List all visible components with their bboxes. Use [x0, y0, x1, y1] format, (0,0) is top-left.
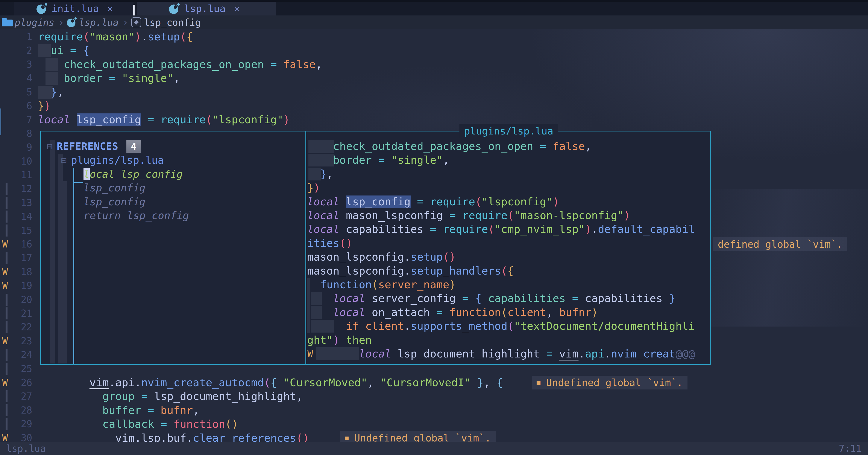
preview-code-line: check_outdated_packages_on_open = false,	[307, 139, 592, 153]
fold-icon[interactable]: ⊟	[47, 141, 53, 152]
tab-label: lsp.lua	[184, 3, 225, 15]
warning-sign: W	[2, 334, 8, 348]
preview-code-line: mason_lspconfig.setup_handlers({	[307, 264, 514, 278]
breadcrumb-item-symbol[interactable]: lsp_config	[144, 17, 201, 28]
preview-code-line: local lsp_config = require("lspconfig")	[307, 195, 559, 208]
reference-file-name: plugins/lsp.lua	[71, 154, 164, 166]
wallpaper-glow	[704, 189, 868, 326]
line-number: 7	[12, 113, 32, 126]
sign-column-bar	[6, 390, 7, 402]
sign-column-bar	[6, 183, 7, 195]
line-number: 9	[12, 141, 32, 154]
line-number: 22	[12, 320, 32, 334]
line-number: 23	[12, 334, 32, 348]
status-bar: lsp.lua 7:11	[0, 442, 868, 455]
code-line[interactable]: local lsp_config = require("lspconfig")	[38, 113, 290, 126]
line-number: 25	[12, 362, 32, 376]
background-bleed-bar	[63, 181, 67, 364]
warning-sign: W	[2, 376, 8, 390]
reference-item[interactable]: lsp_config	[84, 181, 146, 195]
warning-sign: W	[2, 265, 8, 279]
tab-lsp-lua[interactable]: lsp.lua ✕	[137, 2, 276, 16]
background-bleed-bar	[50, 140, 55, 364]
breadcrumb-item-plugins[interactable]: plugins	[14, 17, 54, 28]
tab-init-lua[interactable]: init.lua ✕	[14, 2, 133, 16]
code-line[interactable]: vim.api.nvim_create_autocmd({ "CursorMov…	[38, 376, 503, 390]
tree-guide-line	[73, 168, 74, 364]
diagnostic-message: defined global `vim`.	[713, 237, 847, 251]
code-line[interactable]: check_outdated_packages_on_open = false,	[38, 58, 322, 71]
tree-guide-line	[73, 182, 83, 183]
preview-code-line: local lsp_document_highlight = vim.api.n…	[307, 347, 695, 361]
line-number: 28	[12, 403, 32, 417]
line-number: 21	[12, 307, 32, 320]
statusbar-cursor-position: 7:11	[839, 443, 862, 454]
sign-column-bar	[6, 349, 7, 361]
warning-sign: W	[2, 279, 8, 292]
line-number: 29	[12, 417, 32, 431]
line-number: 5	[12, 85, 32, 99]
line-number: 2	[12, 44, 32, 57]
line-number: 16	[12, 237, 32, 251]
preview-code-line: local mason_lspconfig = require("mason-l…	[307, 208, 630, 222]
background-bleed-bar	[58, 154, 63, 364]
diagnostic-bullet-icon: ■	[536, 376, 540, 390]
chevron-right-icon: ›	[123, 17, 129, 28]
preview-code-line: local capabilities = require("cmp_nvim_l…	[307, 222, 695, 236]
popup-divider	[305, 132, 306, 364]
folder-icon	[2, 18, 13, 26]
code-line[interactable]: group = lsp_document_highlight,	[38, 390, 303, 403]
preview-code-line: border = "single",	[307, 153, 449, 167]
line-number: 18	[12, 265, 32, 279]
sign-column-bar	[6, 197, 7, 209]
line-number: 13	[12, 196, 32, 210]
preview-code-line: local server_config = { capabilities = c…	[307, 291, 676, 305]
preview-code-line: },	[307, 167, 333, 181]
preview-code-line: if client.supports_method("textDocument/…	[307, 319, 695, 333]
line-number: 14	[12, 210, 32, 223]
sign-column-bar	[6, 294, 7, 306]
symbol-icon	[131, 18, 141, 27]
line-number: 26	[12, 376, 32, 390]
sign-column-bar	[6, 418, 7, 430]
breadcrumb-item-file[interactable]: lsp.lua	[79, 17, 119, 28]
code-line[interactable]: require("mason").setup({	[38, 30, 193, 44]
line-number: 4	[12, 71, 32, 85]
tab-bar: init.lua ✕ lsp.lua ✕	[0, 2, 868, 16]
line-number: 10	[12, 154, 32, 168]
fold-icon[interactable]: ⊟	[61, 155, 67, 166]
lua-file-icon	[67, 18, 76, 27]
line-number: 12	[12, 182, 32, 196]
reference-item[interactable]: local lsp_config	[84, 167, 183, 181]
reference-item[interactable]: lsp_config	[84, 195, 146, 208]
sign-column-bar	[6, 404, 7, 416]
references-header-row[interactable]: ⊟REFERENCES4	[47, 139, 141, 153]
reference-item[interactable]: return lsp_config	[84, 208, 189, 222]
sign-column-bar	[6, 225, 7, 236]
preview-code-line: function(server_name)	[307, 278, 456, 291]
preview-code-line: ities()	[307, 236, 352, 250]
line-number: 15	[12, 224, 32, 237]
sign-column-bar	[6, 210, 7, 223]
references-file-row[interactable]: ⊟plugins/lsp.lua	[61, 153, 164, 167]
preview-code-line: })	[307, 181, 320, 195]
close-icon[interactable]: ✕	[234, 4, 239, 13]
code-line[interactable]: buffer = bufnr,	[38, 403, 199, 417]
close-icon[interactable]: ✕	[108, 4, 113, 13]
preview-code-line: ght") then	[307, 333, 372, 347]
diagnostic-message: ■Undefined global `vim`.	[532, 376, 687, 390]
code-line[interactable]: border = "single",	[38, 71, 180, 85]
breadcrumb: plugins › lsp.lua › lsp_config	[0, 16, 868, 29]
lua-file-icon	[36, 3, 47, 14]
line-number: 19	[12, 279, 32, 292]
sign-column-bar	[6, 321, 7, 333]
line-number: 11	[12, 168, 32, 182]
code-line[interactable]: callback = function()	[38, 417, 238, 431]
code-line[interactable]: })	[38, 99, 51, 113]
popup-title: plugins/lsp.lua	[459, 124, 558, 138]
line-number: 17	[12, 251, 32, 265]
references-popup: plugins/lsp.lua ⊟REFERENCES4⊟plugins/lsp…	[40, 131, 711, 365]
preview-code-line: local on_attach = function(client, bufnr…	[307, 306, 598, 319]
sign-column-bar	[6, 363, 7, 375]
indent-highlight	[38, 44, 51, 57]
